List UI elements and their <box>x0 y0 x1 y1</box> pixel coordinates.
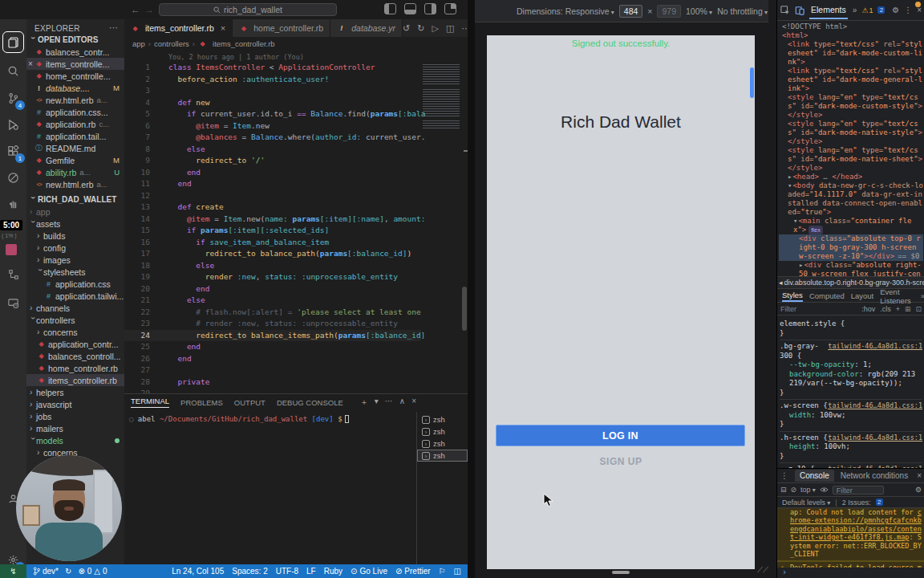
code-line[interactable]: 11 end <box>124 178 421 190</box>
dom-node[interactable]: ▸<head> … </head> <box>779 173 923 181</box>
dom-node[interactable]: <link type="text/css" rel="stylesheet" i… <box>779 67 923 93</box>
breadcrumb-item[interactable]: items_controller.rb <box>213 39 275 48</box>
css-declaration[interactable]: --tw-bg-opacity: 1; <box>780 360 922 370</box>
code-line[interactable]: 2 before_action :authenticate_user! <box>124 74 421 86</box>
open-editor-item[interactable]: <>new.html.erba... <box>26 178 124 190</box>
code-line[interactable]: 24 redirect_to balance_items_path(params… <box>124 330 421 342</box>
css-declaration[interactable]: background-color: rgb(209 213 219/var(--… <box>780 370 922 389</box>
cls-button[interactable]: .cls <box>880 305 891 313</box>
project-header[interactable]: ›RICH_DAD_WALLET <box>26 193 124 206</box>
toggle-panel-icon[interactable] <box>404 3 416 14</box>
tree-item[interactable]: ›assets <box>26 218 124 230</box>
code-line[interactable]: 19 render :new, status: :unprocessable_e… <box>124 271 421 283</box>
split-editor-icon[interactable]: ◫ <box>446 23 454 34</box>
terminal-tab-problems[interactable]: PROBLEMS <box>180 398 223 407</box>
tree-item[interactable]: ›mailers <box>26 422 124 434</box>
maximize-panel-icon[interactable]: ∧ <box>399 397 405 408</box>
devtools-more-icon[interactable]: ⋮ <box>904 6 912 14</box>
code-line[interactable]: 22 # flash.now[:alert] = 'please select … <box>124 307 421 319</box>
code-line[interactable]: 3 <box>124 85 421 97</box>
editor-tab[interactable]: !database.yr <box>330 19 403 37</box>
styles-tab-event-listeners[interactable]: Event Listeners <box>880 287 914 305</box>
devtools-settings-icon[interactable]: ⚙ <box>892 6 899 14</box>
code-line[interactable]: 17 redirect_to balance_path(params[:bala… <box>124 248 421 260</box>
open-editor-item[interactable]: ◆GemfileM <box>26 154 124 166</box>
terminal-instance[interactable]: ›zsh <box>417 450 468 462</box>
console-warning[interactable]: ⚠DevTools failed to load source map: Cou… <box>777 561 924 568</box>
new-terminal-icon[interactable]: ＋ <box>360 397 368 408</box>
layout-status-icon[interactable]: ◫ <box>454 567 461 576</box>
code-line[interactable]: 5 if current_user.id.to_i == Balance.fin… <box>124 108 421 120</box>
run-debug-icon[interactable] <box>0 112 26 136</box>
open-editor-item[interactable]: ×◆items_controlle... <box>26 58 124 70</box>
tree-item[interactable]: ›jobs <box>26 410 124 422</box>
minimap[interactable] <box>423 64 460 127</box>
styles-tab-layout[interactable]: Layout <box>851 291 874 300</box>
viewport-width-input[interactable]: 484 <box>619 5 643 18</box>
styles-rules[interactable]: element.style {}tailwind-46…4a8d1.css:1.… <box>777 316 924 468</box>
tree-item[interactable]: ›config <box>26 242 124 254</box>
console-settings-icon[interactable]: ⚙ <box>915 486 922 494</box>
issues-link[interactable]: 2 Issues: <box>842 499 871 507</box>
styles-tab-styles[interactable]: Styles <box>782 291 803 302</box>
css-declaration[interactable]: height: 100vh; <box>780 442 922 452</box>
hierarchy-icon[interactable] <box>0 263 26 287</box>
expand-arrow-icon[interactable]: ▾ <box>788 181 792 189</box>
code-line[interactable]: 6 @item = Item.new <box>124 120 421 132</box>
dom-node[interactable]: ▾<main class="container flex">flex <box>779 217 923 234</box>
dom-node[interactable]: <!DOCTYPE html> <box>779 22 923 31</box>
crumb-left-icon[interactable]: ◂ <box>779 279 783 287</box>
dimensions-dropdown[interactable]: Dimensions: Responsive <box>517 6 614 16</box>
extensions-icon[interactable]: 1 <box>0 139 26 163</box>
tree-item[interactable]: ›controllers <box>26 314 124 326</box>
log-in-button[interactable]: LOG IN <box>496 425 745 446</box>
source-control-icon[interactable]: 4 <box>0 86 26 110</box>
code-area[interactable]: You, 2 hours ago | 1 author (You) 1class… <box>124 50 468 393</box>
code-line[interactable]: 4 def new <box>124 97 421 109</box>
console-sidebar-icon[interactable]: ⊟ <box>780 486 787 494</box>
sync-item[interactable]: ↻ <box>65 567 71 576</box>
open-editor-item[interactable]: <>new.html.erba... <box>26 94 124 106</box>
status-ruby[interactable]: Ruby <box>324 567 342 576</box>
tree-item[interactable]: ›stylesheets <box>26 266 124 278</box>
terminal-instance[interactable]: ›zsh <box>417 438 468 450</box>
git-branch-item[interactable]: dev* <box>33 567 59 576</box>
code-line[interactable]: 16 if save_item_and_balance_item <box>124 237 421 249</box>
tree-item[interactable]: ◆items_controller.rb <box>26 374 124 386</box>
eye-icon[interactable] <box>820 486 829 493</box>
css-rule[interactable]: tailwind-46…4a8d1.css:1.h-screen {height… <box>780 432 922 464</box>
dom-node[interactable]: <style lang="en" type="text/css" id="dar… <box>779 146 923 173</box>
new-rule-button[interactable]: + <box>896 305 900 313</box>
viewport-drag-handle[interactable] <box>612 571 630 574</box>
breadcrumb-item[interactable]: controllers <box>154 39 189 48</box>
flex-badge[interactable]: flex <box>808 226 823 234</box>
code-line[interactable]: 27 <box>124 364 421 377</box>
terminal-tab-output[interactable]: OUTPUT <box>234 398 265 407</box>
dom-node[interactable]: <style lang="en" type="text/css" id="dar… <box>779 120 923 146</box>
console-filter-input[interactable]: Filter <box>833 486 884 495</box>
tree-item[interactable]: ›concerns <box>26 326 124 338</box>
code-line[interactable]: 10 end <box>124 167 421 179</box>
drawer-close-icon[interactable]: × <box>917 471 922 480</box>
open-editors-header[interactable]: ›OPEN EDITORS <box>26 34 124 46</box>
drawer-menu-icon[interactable]: ⋮ <box>780 471 788 480</box>
code-line[interactable]: 25 end <box>124 341 421 353</box>
console-prompt[interactable]: › <box>782 568 787 576</box>
css-rule[interactable]: element.style {} <box>780 318 922 340</box>
customize-layout-icon[interactable] <box>444 3 456 14</box>
dom-node[interactable]: <link type="text/css" rel="stylesheet" i… <box>779 40 923 67</box>
styles-more-tabs-icon[interactable]: » <box>921 291 924 300</box>
code-line[interactable]: 18 else <box>124 260 421 272</box>
viewport-resize-handle[interactable]: ⟋⟋ <box>757 565 768 575</box>
code-line[interactable]: 15 if params[:item][:selected_ids] <box>124 225 421 237</box>
grid-overlay-icon[interactable]: ⊞ <box>905 305 911 313</box>
tree-item[interactable]: ›channels <box>26 302 124 314</box>
code-line[interactable]: 26 end <box>124 353 421 365</box>
stylesheet-link[interactable]: tailwind-46…4a8d1.css:1 <box>828 401 922 411</box>
open-editor-item[interactable]: ◆ability.rba...U <box>26 166 124 178</box>
tree-item[interactable]: #application.tailwi... <box>26 290 124 302</box>
css-declaration[interactable]: width: 100vw; <box>780 411 922 421</box>
breadcrumb[interactable]: app›controllers›◆items_controller.rb <box>124 37 468 50</box>
css-rule[interactable]: tailwind-46…4a8d1.css:1.w-screen {width:… <box>780 400 922 432</box>
zoom-dropdown[interactable]: 100% <box>686 6 712 16</box>
